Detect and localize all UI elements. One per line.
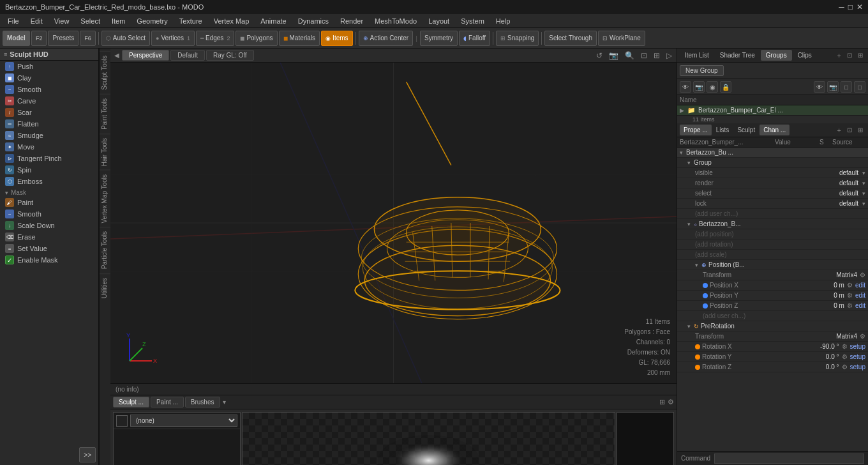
tool-move[interactable]: ✦ Move: [0, 141, 98, 153]
menu-texture[interactable]: Texture: [174, 16, 207, 26]
tool-scale-down[interactable]: ↓ Scale Down: [0, 220, 98, 231]
tool-smooth[interactable]: ~ Smooth: [0, 84, 98, 95]
viewport-fit-icon[interactable]: ⊡: [639, 51, 649, 60]
brushes-dropdown-icon[interactable]: ▾: [223, 399, 226, 406]
menu-vertex-map[interactable]: Vertex Map: [209, 16, 255, 26]
tool-carve[interactable]: ✂ Carve: [0, 95, 98, 107]
bottom-settings-icon[interactable]: ⚙: [668, 398, 674, 406]
brush-main-preview[interactable]: [242, 412, 615, 465]
transform-gear-icon[interactable]: ⚙: [860, 271, 865, 278]
panel-lock-icon[interactable]: 🔒: [720, 81, 731, 93]
panel-render-icon[interactable]: ◉: [707, 81, 718, 93]
sculpt-tab[interactable]: Sculpt ...: [113, 397, 149, 408]
paint-tab[interactable]: Paint ...: [151, 397, 184, 408]
tool-tangent-pinch[interactable]: ⊳ Tangent Pinch: [0, 153, 98, 164]
panel-expand-btn[interactable]: ⊡: [844, 50, 855, 60]
tool-flatten[interactable]: ═ Flatten: [0, 118, 98, 130]
panel-fullscreen-btn[interactable]: ⊞: [855, 50, 865, 60]
menu-meshtomodo[interactable]: MeshToModo: [370, 16, 422, 26]
pre-transform-gear[interactable]: ⚙: [860, 333, 865, 340]
polygons-btn[interactable]: ◼ Polygons: [236, 31, 277, 46]
menu-select[interactable]: Select: [75, 16, 105, 26]
symmetry-btn[interactable]: Symmetry: [420, 31, 458, 46]
position-y-gear[interactable]: ⚙: [847, 292, 853, 299]
action-center-btn[interactable]: ⊕ Action Center: [359, 31, 414, 46]
tree-prerotation-item[interactable]: ▾ ↻ PreRotation: [677, 321, 868, 332]
tool-spin[interactable]: ↻ Spin: [0, 164, 98, 176]
prop-panel-fullscreen-btn[interactable]: ⊞: [855, 125, 865, 135]
tool-set-value[interactable]: = Set Value: [0, 243, 98, 254]
falloff-btn[interactable]: ◖ Falloff: [459, 31, 490, 46]
window-controls[interactable]: ─ □ ✕: [839, 3, 863, 11]
rotation-z-setup[interactable]: setup: [850, 363, 865, 370]
viewport-arrow-left[interactable]: ◀: [113, 52, 121, 59]
snapping-btn[interactable]: ⊞ Snapping: [496, 31, 539, 46]
clips-tab[interactable]: Clips: [793, 50, 817, 61]
menu-edit[interactable]: Edit: [26, 16, 48, 26]
side-tab-utilities[interactable]: Utilities: [100, 273, 110, 302]
menu-help[interactable]: Help: [491, 16, 516, 26]
auto-select-btn[interactable]: ⬡ Auto Select: [101, 31, 150, 46]
tool-clay[interactable]: ◼ Clay: [0, 72, 98, 84]
new-group-button[interactable]: New Group: [680, 65, 724, 76]
tool-emboss[interactable]: ⬡ Emboss: [0, 176, 98, 187]
panel-square1-icon[interactable]: □: [841, 81, 852, 93]
f6-btn[interactable]: F6: [80, 31, 96, 46]
prop-tab-properties[interactable]: Prope ...: [680, 125, 712, 135]
tool-paint[interactable]: 🖌 Paint: [0, 197, 98, 208]
menu-dynamics[interactable]: Dynamics: [293, 16, 334, 26]
materials-btn[interactable]: ◼ Materials: [279, 31, 320, 46]
tree-group-item[interactable]: ▾ Group: [677, 158, 868, 168]
position-x-gear[interactable]: ⚙: [847, 282, 853, 289]
panel-camera-icon[interactable]: 📷: [693, 81, 705, 93]
add-panel-tab-btn[interactable]: +: [835, 50, 844, 61]
rotation-z-gear[interactable]: ⚙: [842, 363, 848, 370]
viewport-tab-perspective[interactable]: Perspective: [122, 50, 169, 61]
item-list-tab[interactable]: Item List: [680, 50, 714, 61]
tool-enable-mask[interactable]: ✓ Enable Mask: [0, 254, 98, 266]
maximize-btn[interactable]: □: [848, 3, 853, 11]
select-dropdown[interactable]: ▾: [862, 190, 865, 197]
expand-panel-btn[interactable]: >>: [79, 447, 96, 462]
workplane-btn[interactable]: ⊡ WorkPlane: [598, 31, 645, 46]
menu-layout[interactable]: Layout: [423, 16, 454, 26]
minimize-btn[interactable]: ─: [839, 3, 844, 11]
side-tab-paint-tools[interactable]: Paint Tools: [100, 94, 110, 133]
menu-system[interactable]: System: [456, 16, 490, 26]
command-input[interactable]: [714, 454, 864, 464]
position-z-edit[interactable]: edit: [855, 302, 865, 309]
tool-smudge[interactable]: ≈ Smudge: [0, 130, 98, 141]
shader-tree-tab[interactable]: Shader Tree: [715, 50, 760, 61]
bottom-expand-icon[interactable]: ⊞: [659, 398, 665, 406]
tool-push[interactable]: ↑ Push: [0, 61, 98, 72]
viewport-tab-raygl[interactable]: Ray GL: Off: [206, 50, 254, 61]
brush-color-swatch[interactable]: [116, 415, 128, 427]
rotation-x-gear[interactable]: ⚙: [842, 343, 848, 350]
menu-geometry[interactable]: Geometry: [131, 16, 172, 26]
groups-tab[interactable]: Groups: [761, 50, 792, 61]
prop-tab-channels[interactable]: Chan ...: [760, 125, 789, 135]
menu-animate[interactable]: Animate: [255, 16, 291, 26]
model-mode-btn[interactable]: Model: [3, 31, 30, 46]
tree-root-item[interactable]: ▾ Bertazzon_Bu ...: [677, 148, 868, 158]
menu-view[interactable]: View: [49, 16, 75, 26]
position-y-edit[interactable]: edit: [855, 292, 865, 299]
vertices-btn[interactable]: ● Vertices 1: [151, 31, 195, 46]
lock-dropdown[interactable]: ▾: [862, 201, 865, 207]
brush-name-dropdown[interactable]: (none): [130, 415, 237, 427]
close-btn[interactable]: ✕: [857, 3, 863, 11]
group-item-row[interactable]: ▶ 📁 Bertazzon_Bumper_Car_El ...: [677, 105, 868, 116]
tool-erase[interactable]: ⌫ Erase: [0, 231, 98, 243]
rotation-x-setup[interactable]: setup: [850, 343, 865, 350]
panel-eye-icon[interactable]: 👁: [680, 81, 691, 93]
viewport-tab-default[interactable]: Default: [170, 50, 205, 61]
side-tab-sculpt-tools[interactable]: Sculpt Tools: [100, 51, 110, 94]
tree-bertazzon-item[interactable]: ▾ ⬦ Bertazzon_B...: [677, 219, 868, 229]
position-z-gear[interactable]: ⚙: [847, 302, 853, 309]
f2-btn[interactable]: F2: [31, 31, 47, 46]
position-x-edit[interactable]: edit: [855, 282, 865, 289]
tree-position-item[interactable]: ▾ ⊕ Position (B...: [677, 260, 868, 270]
menu-render[interactable]: Render: [335, 16, 368, 26]
tool-smooth-mask[interactable]: ~ Smooth: [0, 208, 98, 220]
render-dropdown[interactable]: ▾: [862, 180, 865, 187]
